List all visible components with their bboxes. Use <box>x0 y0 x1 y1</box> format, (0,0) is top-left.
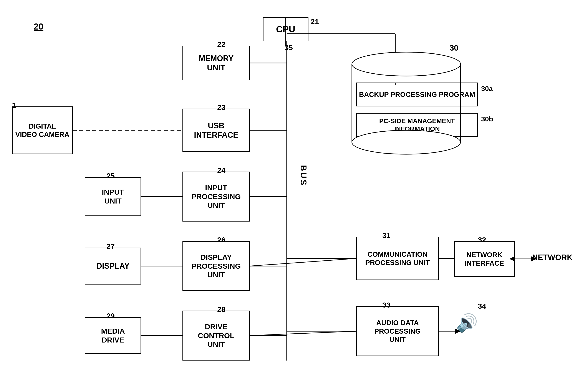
display-box: DISPLAY <box>85 248 141 284</box>
ref-22: 22 <box>217 40 225 49</box>
bus-label: BUS <box>299 165 308 186</box>
drive-ctrl-box: DRIVE CONTROL UNIT <box>182 311 250 361</box>
svg-line-11 <box>250 331 356 336</box>
ref-23: 23 <box>217 103 225 112</box>
ref-20: 20 <box>34 22 43 31</box>
ref-29: 29 <box>106 312 115 320</box>
memory-box: MEMORY UNIT <box>182 46 250 80</box>
ref-33: 33 <box>382 301 390 309</box>
pc-mgmt-box: PC-SIDE MANAGEMENT INFORMATION <box>356 113 478 137</box>
ref-34: 34 <box>478 302 486 310</box>
speaker-icon: 🔊 <box>456 313 478 333</box>
ref-32: 32 <box>478 236 486 244</box>
net-if-box: NETWORK INTERFACE <box>454 241 515 277</box>
ref-30a: 30a <box>481 85 493 93</box>
audio-proc-box: AUDIO DATA PROCESSING UNIT <box>356 306 439 356</box>
ref-30b: 30b <box>481 115 493 123</box>
svg-line-9 <box>250 259 356 266</box>
ref-24: 24 <box>217 166 225 175</box>
ref-26: 26 <box>217 236 225 244</box>
cpu-box: CPU <box>263 17 308 41</box>
input-unit-box: INPUT UNIT <box>85 177 141 216</box>
svg-point-24 <box>352 52 461 76</box>
network-label: NETWORK <box>532 253 573 262</box>
ref-35: 35 <box>284 43 293 52</box>
ref-28: 28 <box>217 305 225 314</box>
diagram: 20 CPU 21 BUS 35 MEMORY UNIT 22 USB INTE… <box>0 0 588 374</box>
ref-27: 27 <box>106 242 115 251</box>
usb-box: USB INTERFACE <box>182 109 250 152</box>
ref-25: 25 <box>106 172 115 180</box>
input-proc-box: INPUT PROCESSING UNIT <box>182 172 250 221</box>
comm-proc-box: COMMUNICATION PROCESSING UNIT <box>356 237 439 280</box>
media-drive-box: MEDIA DRIVE <box>85 317 141 354</box>
ref-21: 21 <box>311 17 319 26</box>
backup-prog-box: BACKUP PROCESSING PROGRAM <box>356 83 478 106</box>
display-proc-box: DISPLAY PROCESSING UNIT <box>182 241 250 291</box>
ref-31: 31 <box>382 231 390 240</box>
ref-30: 30 <box>450 43 458 52</box>
digital-camera-box: DIGITAL VIDEO CAMERA <box>12 106 73 154</box>
ref-1: 1 <box>12 101 16 109</box>
